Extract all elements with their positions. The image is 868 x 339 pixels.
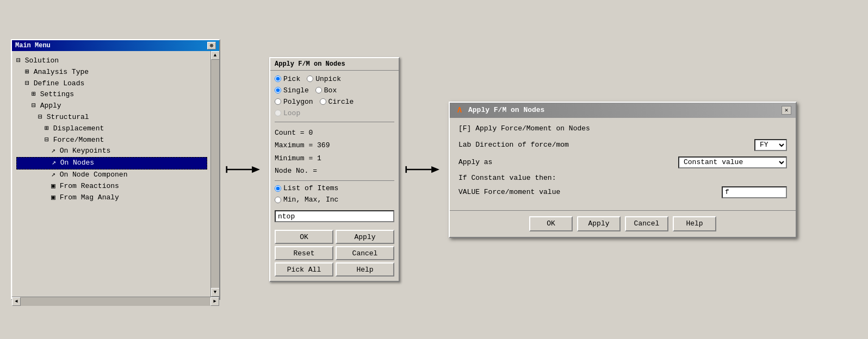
list-items-radio-label[interactable]: List of Items <box>275 184 338 192</box>
svg-marker-1 <box>252 166 260 173</box>
menu-item[interactable]: ⊟ Force/Moment <box>16 135 207 146</box>
menu-item[interactable]: ⊟ Structural <box>16 112 207 123</box>
scroll-up-arrow[interactable]: ▲ <box>211 51 220 60</box>
menu-item[interactable]: ⊟ Solution <box>16 55 207 67</box>
info-section: Count = 0 Maximum = 369 Minimum = 1 Node… <box>275 127 394 178</box>
middle-help-button[interactable]: Help <box>336 262 394 277</box>
minmax-radio-label[interactable]: Min, Max, Inc <box>275 196 338 204</box>
right-dialog-body: [F] Apply Force/Moment on Nodes Lab Dire… <box>450 118 796 210</box>
main-container: Main Menu ⊗ ⊟ Solution⊞ Analysis Type⊟ D… <box>0 0 868 339</box>
direction-select[interactable]: FY FX FZ MX MY MZ <box>754 139 787 151</box>
list-items-radio[interactable] <box>275 185 281 192</box>
right-dialog-titlebar: Λ Apply F/M on Nodes ✕ <box>450 103 796 118</box>
circle-radio[interactable] <box>320 98 326 105</box>
menu-item[interactable]: ▣ From Mag Analy <box>16 192 207 204</box>
polygon-radio[interactable] <box>275 98 281 105</box>
middle-ok-button[interactable]: OK <box>275 230 333 244</box>
maximum-row: Maximum = 369 <box>275 139 394 152</box>
right-dialog-subtitle: [F] Apply Force/Moment on Nodes <box>458 124 787 133</box>
menu-item[interactable]: ⊞ Displacement <box>16 123 207 135</box>
node-input[interactable] <box>275 210 394 222</box>
count-row: Count = 0 <box>275 127 394 139</box>
right-apply-button[interactable]: Apply <box>577 216 621 231</box>
count-label: Count <box>275 129 296 137</box>
middle-pickall-button[interactable]: Pick All <box>275 262 333 277</box>
scroll-left-arrow[interactable]: ◄ <box>12 297 21 306</box>
menu-scrollbar: ▲ ▼ <box>210 51 219 297</box>
minmax-radio[interactable] <box>275 197 281 203</box>
middle-apply-button[interactable]: Apply <box>336 230 394 244</box>
loop-group: Loop <box>275 109 394 117</box>
middle-dialog-body: Pick Unpick Single Box <box>270 71 399 281</box>
list-items-label: List of Items <box>283 184 338 192</box>
direction-row: Lab Direction of force/mom FY FX FZ MX M… <box>458 139 787 151</box>
svg-marker-4 <box>431 166 439 173</box>
value-label: VALUE Force/moment value <box>458 188 560 196</box>
scroll-down-arrow[interactable]: ▼ <box>211 288 220 297</box>
right-cancel-button[interactable]: Cancel <box>625 216 668 231</box>
menu-item[interactable]: ⊟ Apply <box>16 101 207 112</box>
menu-item[interactable]: ↗ On Keypoints <box>16 146 207 157</box>
minimize-button[interactable]: ⊗ <box>207 42 216 49</box>
middle-cancel-button[interactable]: Cancel <box>336 246 394 260</box>
menu-item[interactable]: ↗ On Nodes <box>16 157 207 170</box>
unpick-radio-label[interactable]: Unpick <box>307 75 341 83</box>
minmax-group: Min, Max, Inc <box>275 196 394 204</box>
single-radio-label[interactable]: Single <box>275 86 309 95</box>
count-eq: = <box>300 129 309 137</box>
circle-radio-label[interactable]: Circle <box>320 98 354 106</box>
maximum-label: Maximum <box>275 141 305 149</box>
menu-item[interactable]: ▣ From Reactions <box>16 181 207 192</box>
unpick-radio[interactable] <box>307 76 313 82</box>
applyFM-middle-dialog: Apply F/M on Nodes Pick Unpick Single <box>269 57 400 282</box>
box-radio-label[interactable]: Box <box>315 86 337 95</box>
loop-radio-label[interactable]: Loop <box>275 109 300 117</box>
single-label: Single <box>283 86 309 95</box>
arrow-2 <box>405 161 443 178</box>
applyas-select[interactable]: Constant value Existing table New table <box>678 156 787 168</box>
polygon-radio-label[interactable]: Polygon <box>275 98 313 106</box>
box-label: Box <box>324 86 337 95</box>
menu-item[interactable]: ↗ On Node Componen <box>16 170 207 181</box>
single-radio[interactable] <box>275 87 281 93</box>
applyas-label: Apply as <box>458 158 492 166</box>
right-help-button[interactable]: Help <box>673 216 716 231</box>
pick-radio-label[interactable]: Pick <box>275 75 300 83</box>
box-radio[interactable] <box>315 87 322 93</box>
right-dialog-close-button[interactable]: ✕ <box>782 106 791 115</box>
main-menu-panel: Main Menu ⊗ ⊟ Solution⊞ Analysis Type⊟ D… <box>11 39 220 300</box>
menu-item[interactable]: ⊞ Analysis Type <box>16 67 207 78</box>
scroll-right-arrow[interactable]: ► <box>210 297 219 306</box>
right-dialog-footer: OK Apply Cancel Help <box>450 210 796 237</box>
horizontal-scrollbar: ◄ ► <box>12 297 219 305</box>
right-ok-button[interactable]: OK <box>529 216 573 231</box>
maximum-value: 369 <box>317 141 330 149</box>
menu-content: ⊟ Solution⊞ Analysis Type⊟ Define Loads⊞… <box>13 53 218 205</box>
loop-radio <box>275 110 281 116</box>
minimum-value: 1 <box>317 154 321 162</box>
polygon-label: Polygon <box>283 98 313 106</box>
menu-scroll-area: ⊟ Solution⊞ Analysis Type⊟ Define Loads⊞… <box>12 51 219 297</box>
list-options-group: List of Items <box>275 184 394 192</box>
right-dialog-title: Apply F/M on Nodes <box>468 106 544 114</box>
maximum-eq: = <box>308 141 317 149</box>
applyas-value-container: Constant value Existing table New table <box>678 156 787 168</box>
circle-label: Circle <box>328 98 354 106</box>
separator-2 <box>275 180 394 181</box>
scroll-track <box>211 60 220 288</box>
applyas-row: Apply as Constant value Existing table N… <box>458 156 787 168</box>
value-input-container <box>722 186 787 198</box>
pick-radio[interactable] <box>275 76 281 82</box>
main-menu-title: Main Menu <box>15 42 51 49</box>
menu-item[interactable]: ⊟ Define Loads <box>16 78 207 90</box>
separator-1 <box>275 122 394 122</box>
minimum-label: Minimum <box>275 154 305 162</box>
value-input[interactable] <box>722 186 787 198</box>
h-scroll-track <box>21 297 210 306</box>
main-menu-titlebar: Main Menu ⊗ <box>12 40 219 51</box>
middle-reset-button[interactable]: Reset <box>275 246 333 260</box>
menu-item[interactable]: ⊞ Settings <box>16 89 207 101</box>
middle-dialog-title: Apply F/M on Nodes <box>270 58 399 71</box>
pick-unpick-group: Pick Unpick <box>275 75 394 83</box>
single-box-group: Single Box <box>275 86 394 95</box>
